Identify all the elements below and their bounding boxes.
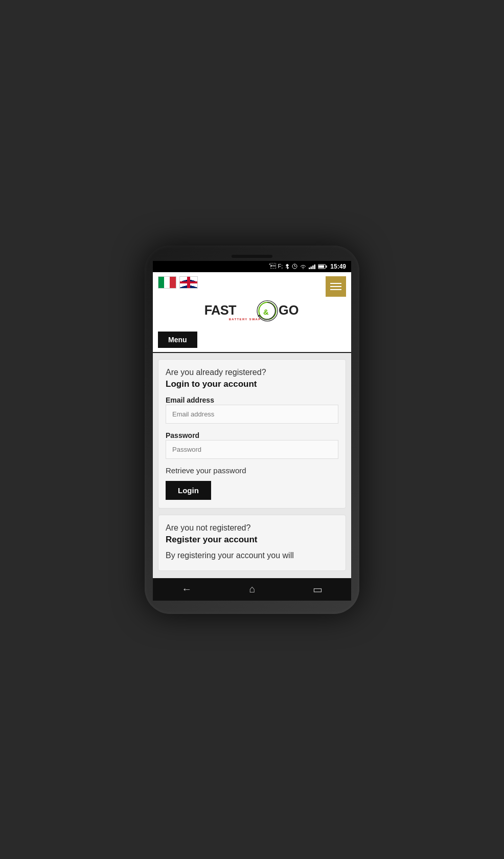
phone-top-bar	[153, 255, 351, 258]
login-card: Are you already registered? Login to you…	[158, 359, 346, 509]
svg-point-4	[303, 268, 304, 269]
back-nav-icon[interactable]: ←	[181, 583, 192, 595]
language-flags	[158, 276, 346, 289]
app-header: FAST & GO BATTERY SWAP Menu	[153, 272, 351, 353]
menu-button[interactable]: Menu	[158, 332, 197, 348]
bluetooth-icon: ʿ F;	[269, 263, 283, 270]
app-content: Are you already registered? Login to you…	[153, 353, 351, 578]
status-icons: ʿ F;	[269, 263, 327, 270]
battery-icon	[318, 264, 327, 269]
italian-flag[interactable]	[158, 276, 176, 289]
status-time: 15:49	[330, 263, 346, 270]
password-input[interactable]	[166, 440, 338, 459]
svg-text:&: &	[263, 308, 269, 316]
clock-icon	[292, 263, 297, 269]
bluetooth-icon	[285, 263, 290, 270]
svg-rect-11	[326, 266, 327, 268]
hamburger-line-3	[330, 289, 341, 290]
bottom-navigation: ← ⌂ ▭	[153, 578, 351, 601]
register-subtitle: Are you not registered?	[166, 523, 338, 533]
svg-text:GO: GO	[279, 303, 299, 317]
logo-area: FAST & GO BATTERY SWAP	[158, 292, 346, 329]
login-subtitle: Are you already registered?	[166, 368, 338, 377]
fast-and-go-logo: FAST & GO BATTERY SWAP	[201, 296, 303, 326]
register-description: By registering your account you will	[166, 551, 338, 560]
hamburger-line-1	[330, 283, 341, 284]
email-input[interactable]	[166, 405, 338, 424]
svg-rect-8	[314, 265, 316, 269]
phone-device: ʿ F;	[145, 246, 359, 614]
email-label: Email address	[166, 396, 214, 404]
login-button[interactable]: Login	[166, 481, 211, 500]
svg-rect-7	[312, 266, 314, 269]
svg-rect-5	[309, 268, 310, 269]
signal-icon	[309, 264, 316, 269]
svg-line-0	[286, 267, 287, 268]
hamburger-line-2	[330, 286, 341, 287]
status-bar: ʿ F;	[153, 261, 351, 272]
recents-nav-icon[interactable]: ▭	[313, 583, 323, 596]
phone-speaker	[232, 255, 272, 258]
retrieve-password-link[interactable]: Retrieve your password	[166, 466, 338, 475]
register-card: Are you not registered? Register your ac…	[158, 515, 346, 571]
svg-text:FAST: FAST	[204, 303, 237, 317]
svg-text:BATTERY SWAP: BATTERY SWAP	[229, 317, 261, 320]
password-label: Password	[166, 431, 199, 439]
svg-rect-10	[318, 265, 324, 268]
home-nav-icon[interactable]: ⌂	[249, 583, 255, 595]
uk-flag[interactable]	[179, 276, 198, 289]
login-title: Login to your account	[166, 379, 338, 389]
svg-rect-6	[311, 267, 312, 269]
register-title: Register your account	[166, 535, 338, 545]
hamburger-menu-button[interactable]	[326, 276, 346, 297]
phone-screen: FAST & GO BATTERY SWAP Menu	[153, 272, 351, 601]
wifi-icon	[300, 264, 307, 269]
